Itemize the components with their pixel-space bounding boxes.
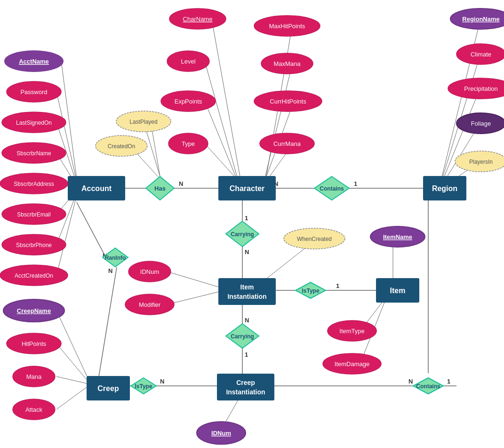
svg-rect-72: [219, 279, 275, 304]
attr-acctcreatedon: AcctCreatedOn: [15, 272, 53, 279]
svg-text:1: 1: [245, 215, 248, 222]
attr-precipitation: Precipitation: [464, 85, 498, 92]
svg-text:N: N: [245, 317, 249, 324]
attr-maxhitpoints: MaxHitPoints: [269, 23, 305, 30]
svg-text:1: 1: [336, 282, 339, 289]
entity-item-instantiation-label1: Item: [240, 283, 254, 291]
svg-rect-75: [217, 374, 274, 400]
rel-raninfo: RanInfo: [105, 255, 126, 261]
rel-contains1: Contains: [320, 185, 344, 192]
attr-playersin: PlayersIn: [469, 159, 493, 165]
attr-whencreated: WhenCreated: [297, 236, 332, 242]
attr-itemdamage: ItemDamage: [335, 360, 369, 368]
entity-item-instantiation-label2: Instantiation: [227, 293, 266, 300]
svg-text:1: 1: [354, 180, 357, 187]
entity-creep: Creep: [97, 384, 119, 392]
attr-acctname: AcctName: [19, 58, 49, 65]
attr-idnum2: IDNum: [211, 430, 231, 437]
attr-charname: CharName: [183, 16, 213, 23]
attr-modifier: Modifier: [139, 301, 161, 308]
attr-level: Level: [181, 58, 195, 65]
entity-account: Account: [81, 184, 112, 192]
attr-attack: Attack: [25, 406, 43, 413]
attr-itemtype: ItemType: [339, 328, 364, 335]
svg-text:N: N: [179, 180, 183, 187]
entity-item: Item: [390, 287, 406, 295]
er-diagram: 1 N N 1 1 N N 1 N 1 1 N N 1 M N Account …: [0, 0, 504, 448]
attr-lastplayed: LastPlayed: [129, 119, 157, 125]
svg-text:N: N: [245, 248, 249, 256]
attr-password: Password: [20, 88, 47, 96]
attr-itemname: ItemName: [383, 233, 412, 240]
attr-climate: Climate: [471, 51, 491, 58]
attr-regionname: RegionName: [462, 16, 499, 23]
attr-createdon: CreatedOn: [108, 143, 136, 150]
attr-hitpoints: HitPoints: [22, 340, 47, 347]
attr-sbscrbrphone: SbscrbrPhone: [16, 242, 52, 248]
attr-mana: Mana: [26, 373, 42, 380]
rel-carrying2: Carrying: [231, 333, 254, 340]
entity-creep-instantiation-label1: Creep: [236, 379, 255, 386]
svg-text:N: N: [408, 378, 413, 385]
svg-text:N: N: [160, 378, 164, 385]
rel-istype2: IsType: [135, 383, 152, 390]
attr-currhitpoints: CurrHitPoints: [270, 98, 306, 105]
svg-text:1: 1: [447, 378, 450, 385]
attr-type: Type: [182, 140, 195, 147]
entity-creep-instantiation-label2: Instantiation: [226, 388, 265, 396]
svg-text:1: 1: [245, 351, 248, 358]
rel-has: Has: [154, 185, 166, 192]
attr-foliage: Foliage: [471, 120, 491, 127]
attr-creepname: CreepName: [17, 307, 51, 314]
attr-sbscrbremeil: SbscrbrEmail: [17, 211, 50, 218]
attr-lastsignedon: LastSignedOn: [16, 120, 52, 126]
attr-sbscrbrname: SbscrbrName: [16, 150, 51, 157]
svg-text:N: N: [108, 267, 112, 274]
attr-idnum1: IDNum: [140, 268, 159, 275]
attr-sbscrbraddress: SbscrbrAddress: [14, 181, 54, 187]
attr-currmana: CurrMana: [273, 140, 301, 147]
entity-region: Region: [432, 184, 457, 192]
attr-exppoints: ExpPoints: [175, 98, 202, 105]
rel-contains2: Contains: [416, 383, 440, 390]
rel-carrying1: Carrying: [231, 231, 254, 238]
entity-character: Character: [230, 184, 265, 192]
attr-maxmana: MaxMana: [273, 60, 301, 67]
rel-istype1: IsType: [302, 288, 319, 294]
